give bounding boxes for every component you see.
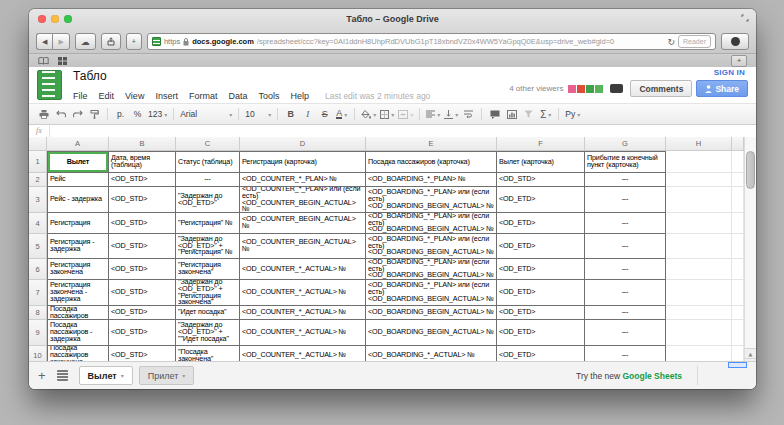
grid-cell[interactable]: Рейс (47, 173, 109, 187)
grid-cell[interactable] (666, 306, 732, 320)
font-size-select[interactable]: 10 ▾ (243, 106, 273, 122)
grid-cell[interactable]: <OD_COUNTER_BEGIN_ACTUAL> № (240, 213, 366, 234)
grid-cell[interactable]: <OD_ETD> (497, 320, 585, 346)
sign-in-link[interactable]: SIGN IN (714, 68, 745, 77)
grid-cell[interactable] (666, 173, 732, 187)
grid-cell[interactable]: <OD_STD> (109, 320, 176, 346)
fill-color-button[interactable]: ▾ (359, 106, 378, 122)
minimize-window-button[interactable] (51, 15, 59, 23)
number-format-button[interactable]: 123 ▾ (146, 106, 169, 122)
grid-cell[interactable] (732, 213, 744, 234)
grid-cell[interactable]: "Задержан до <OD_ETD>" + "Регистрация за… (176, 280, 240, 306)
grid-cell[interactable]: "Регистрация" № (176, 213, 240, 234)
row-header-8[interactable]: 8 (29, 306, 47, 320)
grid-cell[interactable]: <OD_STD> (109, 213, 176, 234)
reader-button[interactable]: Reader (678, 35, 711, 48)
share-button[interactable]: Share (696, 80, 748, 97)
grid-cell[interactable]: <OD_BOARDING_*_PLAN> или (если есть) <OD… (366, 234, 497, 259)
strikethrough-button[interactable]: S (316, 106, 333, 122)
menu-tools[interactable]: Tools (258, 91, 279, 101)
row-header-7[interactable]: 7 (29, 280, 47, 306)
vertical-scroll-thumb[interactable] (746, 151, 755, 189)
sheet-tab-vylet[interactable]: Вылет ▾ (79, 366, 133, 385)
row-header-1[interactable]: 1 (29, 151, 47, 173)
grid-cell[interactable]: Регистрация (47, 213, 109, 234)
grid-cell[interactable]: <OD_STD> (109, 234, 176, 259)
grid-cell[interactable]: <OD_BOARDING_BEGIN_ACTUAL> № (366, 320, 497, 346)
grid-cell[interactable]: <OD_COUNTER_BEGIN_ACTUAL> № (240, 234, 366, 259)
grid-cell[interactable]: Регистрация - задержка (47, 234, 109, 259)
select-all-corner[interactable] (29, 137, 47, 151)
forward-button[interactable]: ▶ (52, 33, 69, 50)
grid-cell[interactable] (732, 151, 744, 173)
merge-cells-button[interactable]: ▾ (396, 106, 415, 122)
grid-cell[interactable] (732, 259, 744, 280)
grid-cell[interactable]: "Задержан до <OD_ETD>" + ""Идет посадка" (176, 320, 240, 346)
formula-input[interactable] (50, 124, 756, 137)
grid-cell[interactable]: <OD_STD> (109, 259, 176, 280)
fullscreen-icon[interactable] (741, 14, 749, 22)
grid-cell[interactable]: <OD_BOARDING_*_PLAN> № (366, 173, 497, 187)
grid-cell[interactable] (666, 151, 732, 173)
sheet-tab-prilet[interactable]: Прилет ▾ (139, 366, 195, 385)
text-color-button[interactable]: A ▾ (333, 106, 350, 122)
grid-cell[interactable]: <OD_STD> (109, 187, 176, 213)
add-sheet-button[interactable]: + (38, 369, 46, 382)
grid-cell[interactable]: Посадка пассажиров (47, 306, 109, 320)
reload-icon[interactable]: ↻ (667, 37, 675, 47)
menu-data[interactable]: Data (228, 91, 247, 101)
vertical-scrollbar[interactable]: ▲ ▼ (744, 137, 756, 369)
grid-cell[interactable]: Прибытие в конечный пункт (карточка) (585, 151, 666, 173)
grid-cell[interactable]: --- (585, 173, 666, 187)
row-header-9[interactable]: 9 (29, 320, 47, 346)
font-family-select[interactable]: Arial ▾ (178, 106, 234, 122)
grid-cell[interactable] (666, 259, 732, 280)
grid-cell[interactable] (732, 173, 744, 187)
input-tools-button[interactable]: Ру ▾ (563, 106, 582, 122)
grid-cell[interactable]: <OD_BOARDING_*_PLAN> или (если есть) <OD… (366, 213, 497, 234)
percent-format-button[interactable]: % (129, 106, 146, 122)
functions-button[interactable]: Σ ▾ (537, 106, 554, 122)
italic-button[interactable]: I (299, 106, 316, 122)
document-title[interactable]: Табло (73, 69, 107, 83)
grid-cell[interactable] (666, 187, 732, 213)
column-header-B[interactable]: B (109, 137, 176, 151)
grid-cell[interactable]: <OD_BOARDING_*_PLAN> или (если есть) <OD… (366, 280, 497, 306)
grid-cell[interactable]: <OD_ETD> (497, 306, 585, 320)
grid-cell[interactable]: --- (585, 187, 666, 213)
column-header-partial[interactable] (732, 137, 744, 151)
grid-cell[interactable]: Дата, время (таблица) (109, 151, 176, 173)
grid-cell[interactable]: "Задержан до <OD_ETD>" + "Регистрация" № (176, 234, 240, 259)
viewers-count[interactable]: 4 other viewers (509, 84, 563, 93)
vertical-align-button[interactable]: ▾ (442, 106, 460, 122)
column-header-D[interactable]: D (240, 137, 366, 151)
grid-cell[interactable]: Регистрация (карточка) (240, 151, 366, 173)
row-header-5[interactable]: 5 (29, 234, 47, 259)
grid-cell[interactable]: <OD_COUNTER_*_PLAN> или (если есть) <OD_… (240, 187, 366, 213)
grid-cell[interactable] (732, 187, 744, 213)
grid-cell[interactable]: --- (585, 259, 666, 280)
new-tab-button[interactable]: + (731, 55, 747, 67)
grid-cell[interactable]: "Идет посадка" (176, 306, 240, 320)
new-sheets-link[interactable]: Google Sheets (622, 371, 682, 381)
grid-cell[interactable]: --- (585, 320, 666, 346)
filter-icon[interactable] (520, 106, 537, 122)
column-header-C[interactable]: C (176, 137, 240, 151)
grid-cell[interactable]: --- (585, 213, 666, 234)
top-sites-icon[interactable] (58, 57, 67, 65)
menu-edit[interactable]: Edit (99, 91, 115, 101)
column-header-H[interactable]: H (666, 137, 732, 151)
menu-view[interactable]: View (125, 91, 144, 101)
column-header-A[interactable]: A (47, 137, 109, 151)
grid-cell[interactable]: "Регистрация закончена" (176, 259, 240, 280)
grid-cell[interactable]: <OD_COUNTER_*_ACTUAL> № (240, 259, 366, 280)
grid-cell[interactable]: <OD_BOARDING_*_PLAN> или (если есть) <OD… (366, 259, 497, 280)
menu-format[interactable]: Format (189, 91, 218, 101)
add-button[interactable]: + (126, 33, 142, 50)
all-sheets-icon[interactable] (57, 370, 68, 381)
icloud-tabs-button[interactable]: ☁ (75, 33, 96, 50)
menu-insert[interactable]: Insert (155, 91, 178, 101)
reading-list-icon[interactable] (38, 57, 49, 65)
insert-comment-icon[interactable] (486, 106, 503, 122)
grid-cell[interactable]: <OD_ETD> (497, 187, 585, 213)
